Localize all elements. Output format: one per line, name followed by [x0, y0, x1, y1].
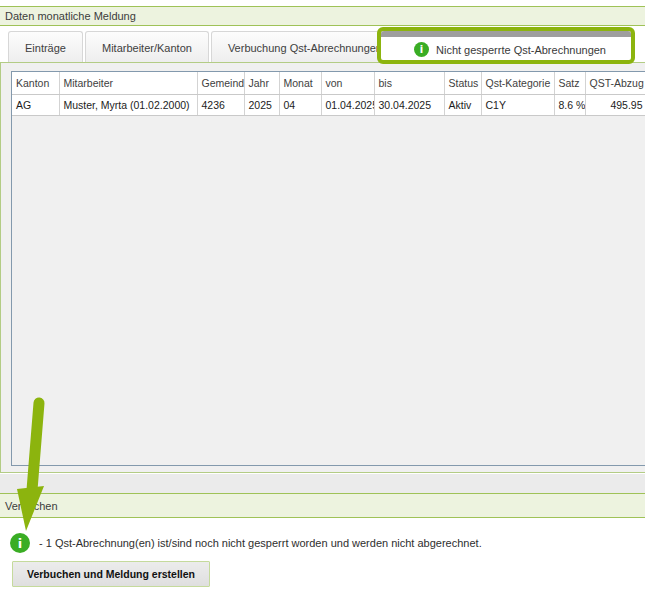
column-header-von[interactable]: von — [321, 72, 374, 94]
cell-mitarbeiter: Muster, Myrta (01.02.2000) — [59, 94, 197, 115]
panel-gap — [0, 474, 645, 493]
tab-strip: Einträge Mitarbeiter/Kanton Verbuchung Q… — [8, 28, 401, 63]
tab-nicht-gesperrte-qst-abrechnungen[interactable]: i Nicht gesperrte Qst-Abrechnungen — [381, 31, 631, 62]
info-icon: i — [10, 533, 30, 553]
table-body: AGMuster, Myrta (01.02.2000)423620250401… — [12, 94, 645, 115]
cell-jahr: 2025 — [244, 94, 279, 115]
column-header-kanton[interactable]: Kanton — [12, 72, 59, 94]
cell-gemeinde: 4236 — [197, 94, 244, 115]
tab-content-panel: KantonMitarbeiterGemeindeJahrMonatvonbis… — [0, 62, 645, 473]
cell-bis: 30.04.2025 — [374, 94, 444, 115]
column-header-gemeinde[interactable]: Gemeinde — [197, 72, 244, 94]
cell-monat: 04 — [279, 94, 321, 115]
verbuchen-title: Verbuchen — [5, 500, 58, 512]
info-icon: i — [414, 42, 429, 57]
cell-status: Aktiv — [444, 94, 481, 115]
table-header-row: KantonMitarbeiterGemeindeJahrMonatvonbis… — [12, 72, 645, 94]
column-header-bis[interactable]: bis — [374, 72, 444, 94]
tab-eintraege[interactable]: Einträge — [8, 31, 83, 63]
column-header-status[interactable]: Status — [444, 72, 481, 94]
qst-abrechnungen-table-container: KantonMitarbeiterGemeindeJahrMonatvonbis… — [11, 71, 645, 466]
section-header-daten-monatliche-meldung: Daten monatliche Meldung — [0, 6, 645, 26]
column-header-mitarbeiter[interactable]: Mitarbeiter — [59, 72, 197, 94]
warning-message-row: i - 1 Qst-Abrechnung(en) ist/sind noch n… — [10, 533, 482, 553]
section-title: Daten monatliche Meldung — [5, 10, 136, 22]
cell-satz: 8.6 % — [554, 94, 585, 115]
column-header-qst-abzug[interactable]: QST-Abzug — [585, 72, 645, 94]
warning-message-text: - 1 Qst-Abrechnung(en) ist/sind noch nic… — [39, 537, 482, 549]
cell-von: 01.04.2025 — [321, 94, 374, 115]
cell-qst-kategorie: C1Y — [481, 94, 554, 115]
tab-mitarbeiter-kanton[interactable]: Mitarbeiter/Kanton — [85, 31, 209, 63]
verbuchen-und-meldung-erstellen-button[interactable]: Verbuchen und Meldung erstellen — [12, 561, 210, 587]
section-header-verbuchen: Verbuchen — [0, 493, 645, 518]
column-header-qst-kategorie[interactable]: Qst-Kategorie — [481, 72, 554, 94]
column-header-jahr[interactable]: Jahr — [244, 72, 279, 94]
active-tab-label: Nicht gesperrte Qst-Abrechnungen — [436, 44, 606, 56]
qst-abrechnungen-table: KantonMitarbeiterGemeindeJahrMonatvonbis… — [12, 72, 645, 116]
table-row[interactable]: AGMuster, Myrta (01.02.2000)423620250401… — [12, 94, 645, 115]
column-header-satz[interactable]: Satz — [554, 72, 585, 94]
cell-kanton: AG — [12, 94, 59, 115]
column-header-monat[interactable]: Monat — [279, 72, 321, 94]
cell-qst-abzug: 495.95 — [585, 94, 645, 115]
tab-verbuchung-qst-abrechnungen[interactable]: Verbuchung Qst-Abrechnungen — [211, 31, 399, 63]
